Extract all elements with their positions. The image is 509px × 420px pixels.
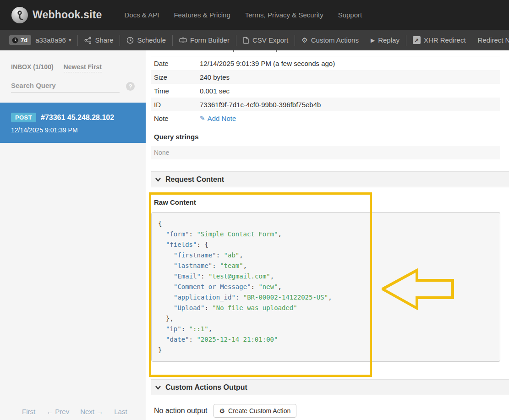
method-badge: POST [11,113,36,122]
brand[interactable]: Webhook.site [5,7,109,23]
csv-export-button[interactable]: CSV Export [243,36,288,44]
code-line: "Email": "test@gmail.com", [158,271,493,282]
pagination-first[interactable]: First [22,408,35,415]
code-line: "form": "Simple Contact Form", [158,229,493,240]
detail-row-time: Time 0.001 sec [151,84,500,98]
form-builder-icon [179,37,187,44]
code-line: { [158,218,493,229]
chevron-down-icon [155,176,161,183]
detail-value: 12/14/2025 9:01:39 PM (a few seconds ago… [200,60,335,67]
pagination: First ← Prev Next → Last [0,408,146,415]
navbar-links: Docs & API Features & Pricing Terms, Pri… [117,0,370,30]
webhook-site-page: Webhook.site Docs & API Features & Prici… [0,0,509,420]
request-list-item-selected[interactable]: POST #73361 45.248.28.102 12/14/2025 9:0… [0,103,146,143]
detail-value: 240 bytes [200,73,230,81]
request-title: #73361 45.248.28.102 [41,114,114,122]
custom-actions-button[interactable]: ⚙ Custom Actions [301,36,359,44]
detail-value: 73361f9f-7d1c-4cf0-99b0-396fbf75eb4b [200,101,321,109]
nav-features-pricing[interactable]: Features & Pricing [166,0,237,30]
divider [151,145,500,145]
request-detail-panel: Date 12/14/2025 9:01:39 PM (a few second… [146,50,509,420]
query-strings-heading: Query strings [151,133,509,141]
add-note-link[interactable]: ✎ Add Note [200,115,236,122]
clipped-row [151,50,500,56]
detail-row-note: Note ✎ Add Note [151,111,500,125]
nav-support[interactable]: Support [331,0,370,30]
create-custom-action-button[interactable]: ⚙ Create Custom Action [213,404,297,418]
brand-name: Webhook.site [33,9,102,21]
clock-icon [12,37,18,44]
nav-terms-privacy-security[interactable]: Terms, Privacy & Security [238,0,331,30]
toolbar-divider [120,35,120,46]
file-icon [243,37,249,44]
code-line: "application_id": "BR-00002-14122025-US"… [158,292,493,303]
detail-label: Date [151,60,200,67]
request-content-section-toggle[interactable]: Request Content [151,171,509,187]
search-input[interactable] [11,80,120,93]
raw-content-code-block: { "form": "Simple Contact Form", "fields… [151,212,500,362]
search-help-icon[interactable]: ? [126,82,135,91]
detail-label: Size [151,73,200,81]
replay-button[interactable]: ▶ Replay [371,36,400,44]
no-action-output-label: No action output [154,407,208,415]
detail-value: 0.001 sec [200,87,230,95]
toolbar-divider [406,35,406,46]
raw-content-heading: Raw Content [151,198,509,206]
share-button[interactable]: Share [84,36,113,44]
code-line: "firstname": "ab", [158,250,493,261]
webhook-logo-icon [11,7,28,23]
redirect-notifications-button[interactable]: Redirect No [478,36,509,44]
detail-row-size: Size 240 bytes [151,70,500,84]
toolbar-divider [172,35,173,46]
toolbar-divider [295,35,295,46]
chevron-down-icon [155,384,161,391]
caret-down-icon: ▾ [69,37,71,43]
expiry-badge: 7d [9,35,31,45]
share-icon [84,37,92,44]
pagination-prev[interactable]: ← Prev [46,408,69,415]
code-line: "fields": { [158,240,493,250]
code-line: "Upload": "No file was uploaded" [158,303,493,313]
custom-actions-output-body: No action output ⚙ Create Custom Action [151,404,509,420]
requests-sidebar: INBOX (1/100) Newest First ? POST #73361… [0,50,146,420]
schedule-button[interactable]: Schedule [126,36,166,44]
request-timestamp: 12/14/2025 9:01:39 PM [11,126,135,134]
code-line: "ip": "::1", [158,324,493,334]
code-line: } [158,345,493,355]
top-navbar: Webhook.site Docs & API Features & Prici… [0,0,509,30]
pagination-next[interactable]: Next → [80,408,103,415]
pencil-icon: ✎ [200,115,205,122]
schedule-clock-icon [126,37,134,44]
xhr-redirect-button[interactable]: ↗ XHR Redirect [413,36,466,44]
code-line: }, [158,313,493,324]
detail-label: ID [151,101,200,109]
form-builder-button[interactable]: Form Builder [179,36,230,44]
play-icon: ▶ [371,38,375,43]
code-line: "Comment or Message": "new", [158,282,493,292]
detail-label: Note [151,115,200,122]
detail-row-id: ID 73361f9f-7d1c-4cf0-99b0-396fbf75eb4b [151,98,500,111]
gear-icon: ⚙ [301,37,307,44]
custom-actions-output-section-toggle[interactable]: Custom Actions Output [151,379,509,395]
code-line: "lastname": "team", [158,261,493,271]
detail-label: Time [151,87,200,95]
token-dropdown[interactable]: a33a8a96 ▾ [35,36,71,44]
pagination-last[interactable]: Last [114,408,127,415]
external-link-icon: ↗ [413,36,421,44]
query-strings-empty: None [151,146,500,159]
detail-row-date: Date 12/14/2025 9:01:39 PM (a few second… [151,56,500,70]
sidebar-header: INBOX (1/100) Newest First ? [0,50,146,93]
toolbar-divider [236,35,236,46]
gear-icon: ⚙ [219,407,225,415]
inbox-count-label: INBOX (1/100) [11,63,54,71]
code-line: "date": "2025-12-14 21:01:00" [158,334,493,345]
sort-order-toggle[interactable]: Newest First [64,63,102,72]
action-toolbar: 7d a33a8a96 ▾ Share [0,30,509,50]
nav-docs-api[interactable]: Docs & API [117,0,167,30]
toolbar-divider [77,35,78,46]
